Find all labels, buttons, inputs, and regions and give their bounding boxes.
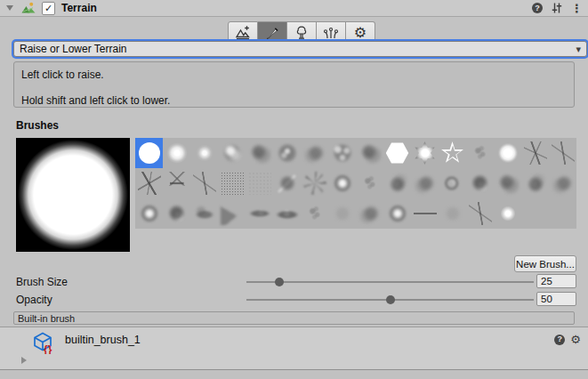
brush-size-slider-handle[interactable] (275, 278, 284, 286)
brush-item-12[interactable] (466, 138, 494, 168)
brush-item-26[interactable] (411, 168, 439, 198)
brush-thumbnail (248, 141, 271, 165)
brush-item-19[interactable] (218, 168, 246, 198)
brush-size-slider[interactable] (246, 281, 534, 283)
foldout-open-icon[interactable] (6, 5, 13, 11)
foldout-closed-icon[interactable] (21, 357, 27, 364)
brush-item-37[interactable] (273, 198, 301, 229)
brush-item-32[interactable] (135, 198, 163, 229)
brush-item-7[interactable] (328, 138, 356, 168)
brush-thumbnail (441, 141, 464, 165)
kebab-menu-icon[interactable]: ⋮ (571, 3, 583, 14)
brush-size-row: Brush Size (0, 274, 588, 290)
builtin-brush-header-bar: Built-in brush (13, 311, 575, 325)
brush-item-15[interactable] (549, 138, 576, 168)
brush-thumbnail (193, 202, 216, 225)
presets-icon[interactable] (551, 2, 563, 14)
brush-item-29[interactable] (494, 168, 521, 198)
help-line-1: Left click to raise. (21, 69, 567, 81)
brush-thumbnail (414, 141, 437, 165)
opacity-label: Opacity (16, 294, 52, 306)
brush-thumbnail (469, 172, 492, 195)
enabled-checkbox[interactable]: ✓ (42, 2, 55, 15)
brush-item-45[interactable] (494, 198, 521, 229)
opacity-slider[interactable] (246, 299, 534, 301)
brush-item-11[interactable] (439, 138, 466, 168)
tree-icon (294, 25, 310, 41)
brush-thumbnail (331, 141, 354, 165)
brush-item-9[interactable] (383, 138, 411, 168)
paintbrush-icon (264, 25, 280, 41)
brush-item-40[interactable] (356, 198, 383, 229)
brush-thumbnail (358, 202, 382, 225)
brush-item-34[interactable] (190, 198, 218, 229)
brush-thumbnail (524, 172, 547, 195)
chevron-down-icon: ▾ (576, 44, 581, 54)
help-icon[interactable]: ? (532, 3, 543, 13)
brush-item-46 (521, 198, 549, 229)
brush-item-21[interactable] (273, 168, 301, 198)
brush-item-23[interactable] (328, 168, 356, 198)
brush-thumbnail (193, 172, 216, 195)
brush-item-20[interactable] (246, 168, 273, 198)
brush-item-2[interactable] (190, 138, 218, 168)
brush-item-18[interactable] (190, 168, 218, 198)
brush-item-35[interactable] (218, 198, 246, 229)
opacity-slider-handle[interactable] (386, 295, 395, 304)
brush-item-0[interactable] (135, 138, 163, 168)
brush-item-3[interactable] (218, 138, 246, 168)
brush-item-28[interactable] (466, 168, 494, 198)
paint-tool-dropdown[interactable]: Raise or Lower Terrain ▾ (13, 41, 587, 57)
brush-item-22[interactable] (301, 168, 328, 198)
mountain-plus-icon (235, 25, 251, 41)
brush-item-13[interactable] (494, 138, 521, 168)
brush-item-4[interactable] (246, 138, 273, 168)
brush-thumbnail (221, 141, 244, 165)
scriptable-object-icon: {} (32, 331, 55, 354)
brush-thumbnail (552, 172, 575, 195)
brush-item-25[interactable] (383, 168, 411, 198)
brush-item-8[interactable] (356, 138, 383, 168)
brush-item-24[interactable] (356, 168, 383, 198)
brush-item-30[interactable] (521, 168, 549, 198)
brush-item-6[interactable] (301, 138, 328, 168)
brush-thumbnail (386, 172, 409, 195)
brush-thumbnail (496, 172, 520, 195)
brush-item-44[interactable] (466, 198, 494, 229)
brush-thumbnail (469, 141, 492, 165)
brush-item-39[interactable] (328, 198, 356, 229)
brush-thumbnail (221, 202, 244, 225)
brush-item-5[interactable] (273, 138, 301, 168)
new-brush-button[interactable]: New Brush... (514, 255, 576, 272)
brush-item-1[interactable] (163, 138, 190, 168)
brush-item-36[interactable] (246, 198, 273, 229)
brush-item-31[interactable] (549, 168, 576, 198)
brush-item-47 (549, 198, 576, 229)
brush-item-41[interactable] (383, 198, 411, 229)
brush-thumbnail (193, 141, 216, 165)
asset-help-icon[interactable]: ? (554, 335, 565, 345)
help-line-2: Hold shift and left click to lower. (21, 94, 567, 107)
brush-size-label: Brush Size (16, 276, 68, 288)
brush-item-27[interactable] (439, 168, 466, 198)
brushes-section-label: Brushes (16, 119, 59, 132)
brush-thumbnail (303, 202, 326, 225)
brush-item-14[interactable] (521, 138, 549, 168)
brush-item-42[interactable] (411, 198, 439, 229)
brush-size-field[interactable] (536, 274, 576, 288)
asset-gear-icon[interactable]: ⚙ (570, 334, 581, 345)
brush-thumbnail (248, 172, 271, 195)
brush-thumbnail (496, 202, 520, 225)
gear-icon: ⚙ (354, 26, 366, 40)
brush-item-10[interactable] (411, 138, 439, 168)
terrain-component-icon (21, 2, 36, 14)
brush-thumbnail (414, 202, 437, 225)
brush-item-43[interactable] (439, 198, 466, 229)
brush-thumbnail (331, 172, 354, 195)
opacity-field[interactable] (536, 292, 576, 306)
brush-item-17[interactable] (163, 168, 190, 198)
brush-asset-name: builtin_brush_1 (65, 334, 141, 346)
brush-item-16[interactable] (135, 168, 163, 198)
brush-item-38[interactable] (301, 198, 328, 229)
brush-item-33[interactable] (163, 198, 190, 229)
